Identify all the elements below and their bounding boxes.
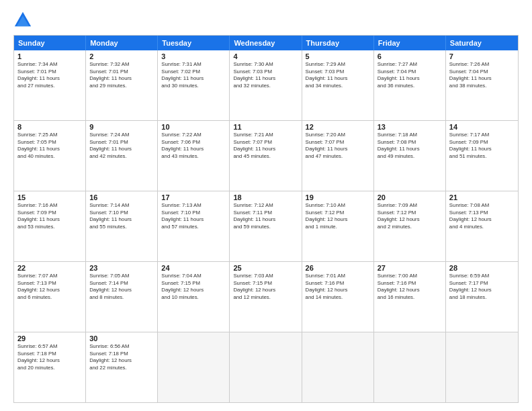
calendar-cell-1-4: 4Sunrise: 7:30 AMSunset: 7:03 PMDaylight… [230, 50, 302, 120]
cell-details: Sunrise: 7:03 AMSunset: 7:15 PMDaylight:… [233, 273, 298, 301]
day-number: 4 [233, 52, 298, 60]
header-day-sunday: Sunday [14, 36, 86, 50]
day-number: 12 [306, 123, 370, 131]
calendar-cell-2-2: 9Sunrise: 7:24 AMSunset: 7:01 PMDaylight… [86, 121, 158, 191]
calendar-cell-1-1: 1Sunrise: 7:34 AMSunset: 7:01 PMDaylight… [14, 50, 86, 120]
calendar-row-3: 15Sunrise: 7:16 AMSunset: 7:09 PMDayligh… [14, 191, 518, 261]
header-day-wednesday: Wednesday [230, 36, 302, 50]
day-number: 25 [233, 264, 298, 272]
day-number: 8 [17, 123, 82, 131]
calendar-body: 1Sunrise: 7:34 AMSunset: 7:01 PMDaylight… [14, 50, 518, 402]
cell-details: Sunrise: 7:01 AMSunset: 7:16 PMDaylight:… [306, 273, 370, 301]
calendar-cell-1-2: 2Sunrise: 7:32 AMSunset: 7:01 PMDaylight… [86, 50, 158, 120]
calendar-cell-5-2: 30Sunrise: 6:56 AMSunset: 7:18 PMDayligh… [86, 332, 158, 402]
calendar-header: SundayMondayTuesdayWednesdayThursdayFrid… [14, 36, 518, 50]
cell-details: Sunrise: 7:05 AMSunset: 7:14 PMDaylight:… [89, 273, 154, 301]
calendar-cell-3-7: 21Sunrise: 7:08 AMSunset: 7:13 PMDayligh… [446, 191, 518, 261]
calendar-row-5: 29Sunrise: 6:57 AMSunset: 7:18 PMDayligh… [14, 332, 518, 402]
cell-details: Sunrise: 7:07 AMSunset: 7:13 PMDaylight:… [17, 273, 82, 301]
cell-details: Sunrise: 7:24 AMSunset: 7:01 PMDaylight:… [89, 132, 154, 160]
calendar-cell-3-6: 20Sunrise: 7:09 AMSunset: 7:12 PMDayligh… [374, 191, 446, 261]
header-day-friday: Friday [374, 36, 446, 50]
day-number: 19 [306, 193, 370, 201]
day-number: 24 [161, 264, 226, 272]
calendar-cell-5-5 [302, 332, 374, 402]
calendar-cell-3-3: 17Sunrise: 7:13 AMSunset: 7:10 PMDayligh… [158, 191, 230, 261]
cell-details: Sunrise: 7:09 AMSunset: 7:12 PMDaylight:… [378, 202, 442, 230]
day-number: 17 [161, 193, 226, 201]
day-number: 27 [378, 264, 442, 272]
day-number: 16 [89, 193, 154, 201]
day-number: 23 [89, 264, 154, 272]
day-number: 28 [449, 264, 515, 272]
cell-details: Sunrise: 6:57 AMSunset: 7:18 PMDaylight:… [17, 343, 82, 371]
cell-details: Sunrise: 7:27 AMSunset: 7:04 PMDaylight:… [378, 61, 442, 89]
day-number: 7 [449, 52, 515, 60]
calendar-cell-4-1: 22Sunrise: 7:07 AMSunset: 7:13 PMDayligh… [14, 262, 86, 332]
cell-details: Sunrise: 7:32 AMSunset: 7:01 PMDaylight:… [89, 61, 154, 89]
calendar-cell-4-2: 23Sunrise: 7:05 AMSunset: 7:14 PMDayligh… [86, 262, 158, 332]
calendar-cell-3-5: 19Sunrise: 7:10 AMSunset: 7:12 PMDayligh… [302, 191, 374, 261]
day-number: 3 [161, 52, 226, 60]
calendar-cell-5-1: 29Sunrise: 6:57 AMSunset: 7:18 PMDayligh… [14, 332, 86, 402]
day-number: 9 [89, 123, 154, 131]
day-number: 21 [449, 193, 515, 201]
cell-details: Sunrise: 7:18 AMSunset: 7:08 PMDaylight:… [378, 132, 442, 160]
cell-details: Sunrise: 7:29 AMSunset: 7:03 PMDaylight:… [306, 61, 370, 89]
page: SundayMondayTuesdayWednesdayThursdayFrid… [0, 0, 532, 411]
calendar-cell-2-6: 13Sunrise: 7:18 AMSunset: 7:08 PMDayligh… [374, 121, 446, 191]
calendar-cell-5-3 [158, 332, 230, 402]
day-number: 18 [233, 193, 298, 201]
cell-details: Sunrise: 6:56 AMSunset: 7:18 PMDaylight:… [89, 343, 154, 371]
calendar-cell-5-7 [446, 332, 518, 402]
calendar-row-4: 22Sunrise: 7:07 AMSunset: 7:13 PMDayligh… [14, 261, 518, 332]
cell-details: Sunrise: 7:12 AMSunset: 7:11 PMDaylight:… [233, 202, 298, 230]
header-day-monday: Monday [86, 36, 158, 50]
cell-details: Sunrise: 6:59 AMSunset: 7:17 PMDaylight:… [449, 273, 515, 301]
day-number: 22 [17, 264, 82, 272]
cell-details: Sunrise: 7:22 AMSunset: 7:06 PMDaylight:… [161, 132, 226, 160]
calendar-cell-3-2: 16Sunrise: 7:14 AMSunset: 7:10 PMDayligh… [86, 191, 158, 261]
calendar-cell-5-4 [230, 332, 302, 402]
header-day-thursday: Thursday [302, 36, 374, 50]
day-number: 14 [449, 123, 515, 131]
calendar-cell-4-5: 26Sunrise: 7:01 AMSunset: 7:16 PMDayligh… [302, 262, 374, 332]
day-number: 5 [306, 52, 370, 60]
calendar-cell-3-4: 18Sunrise: 7:12 AMSunset: 7:11 PMDayligh… [230, 191, 302, 261]
cell-details: Sunrise: 7:10 AMSunset: 7:12 PMDaylight:… [306, 202, 370, 230]
calendar-cell-1-5: 5Sunrise: 7:29 AMSunset: 7:03 PMDaylight… [302, 50, 374, 120]
calendar-cell-2-4: 11Sunrise: 7:21 AMSunset: 7:07 PMDayligh… [230, 121, 302, 191]
day-number: 6 [378, 52, 442, 60]
calendar-cell-4-3: 24Sunrise: 7:04 AMSunset: 7:15 PMDayligh… [158, 262, 230, 332]
cell-details: Sunrise: 7:26 AMSunset: 7:04 PMDaylight:… [449, 61, 515, 89]
calendar-cell-1-6: 6Sunrise: 7:27 AMSunset: 7:04 PMDaylight… [374, 50, 446, 120]
day-number: 20 [378, 193, 442, 201]
day-number: 13 [378, 123, 442, 131]
header-day-saturday: Saturday [446, 36, 518, 50]
day-number: 10 [161, 123, 226, 131]
cell-details: Sunrise: 7:14 AMSunset: 7:10 PMDaylight:… [89, 202, 154, 230]
day-number: 11 [233, 123, 298, 131]
day-number: 1 [17, 52, 82, 60]
cell-details: Sunrise: 7:34 AMSunset: 7:01 PMDaylight:… [17, 61, 82, 89]
calendar-cell-4-6: 27Sunrise: 7:00 AMSunset: 7:16 PMDayligh… [374, 262, 446, 332]
calendar-row-2: 8Sunrise: 7:25 AMSunset: 7:05 PMDaylight… [14, 120, 518, 191]
cell-details: Sunrise: 7:31 AMSunset: 7:02 PMDaylight:… [161, 61, 226, 89]
calendar-cell-1-3: 3Sunrise: 7:31 AMSunset: 7:02 PMDaylight… [158, 50, 230, 120]
calendar-cell-2-7: 14Sunrise: 7:17 AMSunset: 7:09 PMDayligh… [446, 121, 518, 191]
cell-details: Sunrise: 7:16 AMSunset: 7:09 PMDaylight:… [17, 202, 82, 230]
logo [13, 11, 35, 30]
calendar-cell-2-1: 8Sunrise: 7:25 AMSunset: 7:05 PMDaylight… [14, 121, 86, 191]
cell-details: Sunrise: 7:00 AMSunset: 7:16 PMDaylight:… [378, 273, 442, 301]
day-number: 30 [89, 334, 154, 342]
cell-details: Sunrise: 7:04 AMSunset: 7:15 PMDaylight:… [161, 273, 226, 301]
calendar-cell-4-4: 25Sunrise: 7:03 AMSunset: 7:15 PMDayligh… [230, 262, 302, 332]
day-number: 2 [89, 52, 154, 60]
cell-details: Sunrise: 7:17 AMSunset: 7:09 PMDaylight:… [449, 132, 515, 160]
cell-details: Sunrise: 7:30 AMSunset: 7:03 PMDaylight:… [233, 61, 298, 89]
calendar-cell-1-7: 7Sunrise: 7:26 AMSunset: 7:04 PMDaylight… [446, 50, 518, 120]
header-day-tuesday: Tuesday [158, 36, 230, 50]
logo-icon [13, 11, 32, 30]
header [13, 11, 519, 30]
cell-details: Sunrise: 7:13 AMSunset: 7:10 PMDaylight:… [161, 202, 226, 230]
